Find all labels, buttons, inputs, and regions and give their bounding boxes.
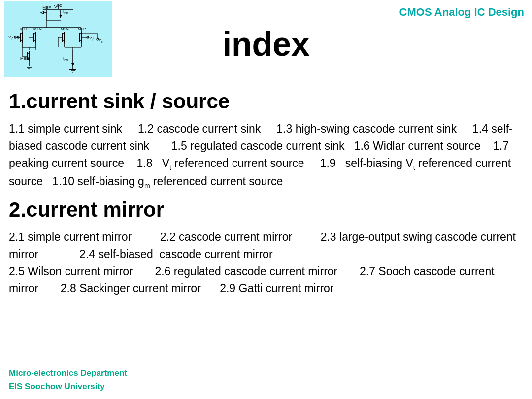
svg-marker-65 — [71, 63, 74, 66]
footer: Micro-electronics Department EIS Soochow… — [9, 366, 127, 393]
svg-marker-11 — [59, 15, 62, 18]
section1-body: 1.1 simple current sink 1.2 cascode curr… — [9, 120, 523, 191]
footer-line1: Micro-electronics Department — [9, 366, 127, 380]
svg-point-7 — [42, 12, 44, 14]
section1-title: 1.current sink / source — [9, 90, 523, 113]
header-logo: CMOS Analog IC Design — [392, 0, 532, 25]
main-content: 1.current sink / source 1.1 simple curre… — [9, 83, 523, 399]
svg-text:MBP: MBP — [42, 5, 51, 10]
section2-title: 2.current mirror — [9, 198, 523, 222]
page-title: index — [0, 25, 532, 63]
footer-line2: EIS Soochow University — [9, 380, 127, 393]
section2-body: 2.1 simple current mirror 2.2 cascode cu… — [9, 229, 523, 298]
